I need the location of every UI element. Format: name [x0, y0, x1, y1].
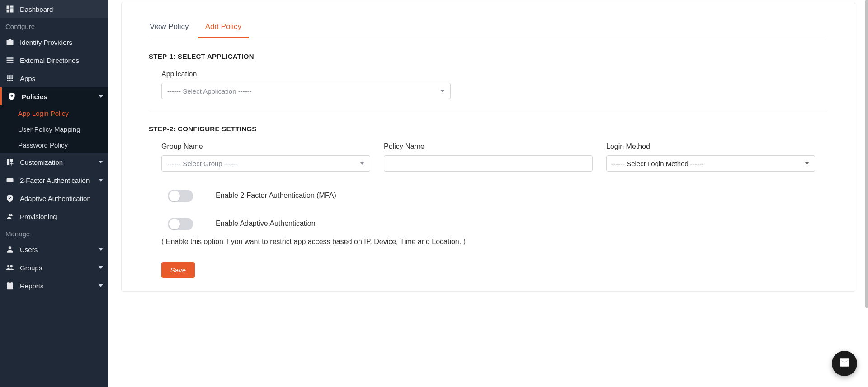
- groups-icon: [5, 263, 14, 272]
- nav-policies[interactable]: Policies: [0, 87, 108, 105]
- sidebar: Dashboard Configure Identity Providers E…: [0, 0, 108, 387]
- section-configure: Configure: [0, 18, 108, 33]
- nav-user-policy-mapping[interactable]: User Policy Mapping: [0, 121, 108, 137]
- nav-label: Dashboard: [20, 5, 103, 13]
- nav-adaptive-auth[interactable]: Adaptive Authentication: [0, 189, 108, 207]
- adaptive-auth-toggle[interactable]: [168, 218, 193, 230]
- nav-app-login-policy[interactable]: App Login Policy: [0, 105, 108, 121]
- divider: [149, 112, 828, 112]
- nav-identity-providers[interactable]: Identity Providers: [0, 33, 108, 51]
- nav-two-factor[interactable]: 2-Factor Authentication: [0, 171, 108, 189]
- chevron-down-icon: [99, 94, 103, 99]
- main-content: View Policy Add Policy STEP-1: SELECT AP…: [108, 0, 868, 387]
- adaptive-auth-hint: ( Enable this option if you want to rest…: [161, 234, 815, 249]
- mfa-toggle[interactable]: [168, 190, 193, 202]
- nav-label: Provisioning: [20, 213, 103, 220]
- group-select-value: ------ Select Group ------: [167, 160, 238, 167]
- chevron-down-icon: [99, 178, 103, 182]
- nav-label: Adaptive Authentication: [20, 195, 103, 202]
- application-select[interactable]: ------ Select Application ------: [161, 83, 451, 99]
- toggle-knob: [169, 191, 180, 201]
- nav-dashboard[interactable]: Dashboard: [0, 0, 108, 18]
- login-method-select[interactable]: ------ Select Login Method ------: [606, 155, 815, 172]
- chevron-down-icon: [99, 265, 103, 270]
- nav-label: Users: [20, 246, 93, 253]
- step1-title: STEP-1: SELECT APPLICATION: [149, 53, 828, 60]
- apps-grid-icon: [5, 74, 14, 83]
- shield-icon: [7, 92, 16, 101]
- scrollbar-thumb[interactable]: [865, 0, 868, 308]
- nav-users[interactable]: Users: [0, 240, 108, 258]
- plus-square-icon: [5, 158, 14, 167]
- policy-name-label: Policy Name: [384, 143, 593, 151]
- svg-rect-0: [7, 178, 14, 182]
- user-icon: [5, 245, 14, 254]
- caret-down-icon: [440, 89, 445, 93]
- tab-add-policy[interactable]: Add Policy: [204, 19, 242, 38]
- application-select-value: ------ Select Application ------: [167, 87, 252, 95]
- nav-password-policy[interactable]: Password Policy: [0, 137, 108, 153]
- nav-label: Apps: [20, 75, 103, 82]
- chevron-down-icon: [99, 283, 103, 288]
- adaptive-auth-toggle-label: Enable Adaptive Authentication: [216, 218, 316, 229]
- nav-label: Policies: [22, 93, 93, 100]
- nav-apps[interactable]: Apps: [0, 69, 108, 87]
- vertical-scrollbar[interactable]: [865, 0, 868, 387]
- chevron-down-icon: [99, 160, 103, 164]
- nav-customization[interactable]: Customization: [0, 153, 108, 171]
- chat-fab[interactable]: [832, 351, 857, 376]
- tab-view-policy[interactable]: View Policy: [149, 19, 190, 38]
- mfa-toggle-label: Enable 2-Factor Authentication (MFA): [216, 190, 336, 201]
- badge-123-icon: [5, 176, 14, 185]
- nav-label: Reports: [20, 282, 93, 290]
- list-icon: [5, 56, 14, 65]
- nav-label: Customization: [20, 158, 93, 166]
- save-button[interactable]: Save: [161, 262, 195, 278]
- step2-title: STEP-2: CONFIGURE SETTINGS: [149, 125, 828, 133]
- login-method-label: Login Method: [606, 143, 815, 151]
- dashboard-icon: [5, 5, 14, 14]
- policy-name-input[interactable]: [384, 155, 593, 172]
- mail-icon: [839, 357, 850, 370]
- chevron-down-icon: [99, 247, 103, 252]
- application-label: Application: [161, 70, 815, 78]
- policy-card: View Policy Add Policy STEP-1: SELECT AP…: [121, 2, 855, 292]
- group-select[interactable]: ------ Select Group ------: [161, 155, 370, 172]
- briefcase-icon: [5, 38, 14, 47]
- toggle-knob: [169, 219, 180, 229]
- caret-down-icon: [360, 161, 364, 166]
- nav-external-directories[interactable]: External Directories: [0, 51, 108, 69]
- section-manage: Manage: [0, 225, 108, 240]
- nav-label: External Directories: [20, 57, 103, 64]
- sync-users-icon: [5, 212, 14, 221]
- nav-label: Groups: [20, 264, 93, 272]
- tabs: View Policy Add Policy: [149, 19, 828, 38]
- nav-reports[interactable]: Reports: [0, 277, 108, 295]
- nav-groups[interactable]: Groups: [0, 258, 108, 277]
- nav-label: 2-Factor Authentication: [20, 177, 93, 184]
- nav-provisioning[interactable]: Provisioning: [0, 207, 108, 225]
- shield-check-icon: [5, 194, 14, 203]
- group-name-label: Group Name: [161, 143, 370, 151]
- nav-label: Identity Providers: [20, 38, 103, 46]
- clipboard-icon: [5, 281, 14, 290]
